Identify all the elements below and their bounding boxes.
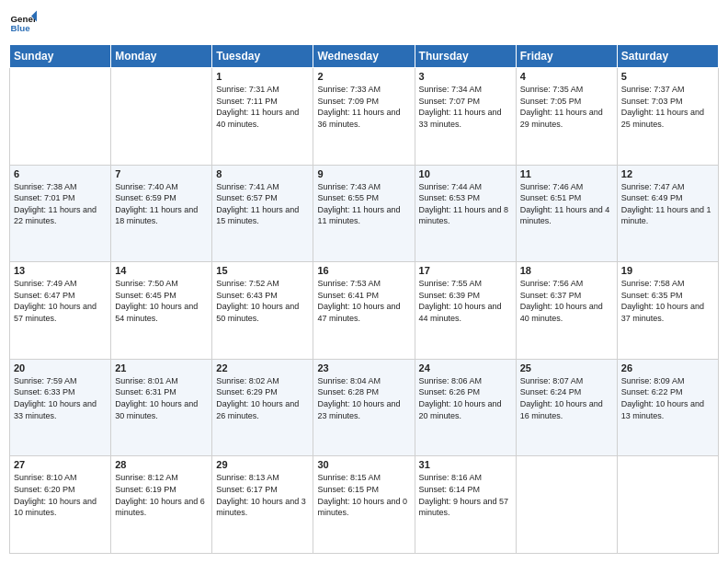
day-number: 31 bbox=[419, 459, 512, 470]
week-row-5: 27Sunrise: 8:10 AMSunset: 6:20 PMDayligh… bbox=[10, 456, 719, 554]
day-info: Sunrise: 7:55 AMSunset: 6:39 PMDaylight:… bbox=[419, 278, 512, 324]
day-info: Sunrise: 7:33 AMSunset: 7:09 PMDaylight:… bbox=[317, 84, 410, 130]
day-info: Sunrise: 7:43 AMSunset: 6:55 PMDaylight:… bbox=[317, 181, 410, 227]
day-info: Sunrise: 7:56 AMSunset: 6:37 PMDaylight:… bbox=[520, 278, 613, 324]
day-info: Sunrise: 8:13 AMSunset: 6:17 PMDaylight:… bbox=[216, 472, 309, 518]
day-cell bbox=[516, 456, 617, 554]
day-cell: 23Sunrise: 8:04 AMSunset: 6:28 PMDayligh… bbox=[313, 359, 415, 456]
day-info: Sunrise: 8:12 AMSunset: 6:19 PMDaylight:… bbox=[115, 472, 208, 518]
day-cell bbox=[617, 456, 718, 554]
day-number: 8 bbox=[216, 168, 309, 179]
day-info: Sunrise: 7:47 AMSunset: 6:49 PMDaylight:… bbox=[621, 181, 714, 227]
logo-icon: General Blue bbox=[9, 9, 37, 37]
day-number: 3 bbox=[419, 71, 512, 82]
day-info: Sunrise: 7:34 AMSunset: 7:07 PMDaylight:… bbox=[419, 84, 512, 130]
day-number: 17 bbox=[419, 265, 512, 276]
day-info: Sunrise: 8:02 AMSunset: 6:29 PMDaylight:… bbox=[216, 375, 309, 421]
day-number: 12 bbox=[621, 168, 714, 179]
svg-text:Blue: Blue bbox=[11, 23, 31, 33]
day-info: Sunrise: 7:40 AMSunset: 6:59 PMDaylight:… bbox=[115, 181, 208, 227]
day-number: 22 bbox=[216, 362, 309, 373]
header: General Blue bbox=[9, 9, 719, 37]
week-row-4: 20Sunrise: 7:59 AMSunset: 6:33 PMDayligh… bbox=[10, 359, 719, 456]
weekday-header-tuesday: Tuesday bbox=[212, 45, 313, 68]
day-number: 4 bbox=[520, 71, 613, 82]
day-number: 16 bbox=[317, 265, 410, 276]
day-cell: 31Sunrise: 8:16 AMSunset: 6:14 PMDayligh… bbox=[415, 456, 516, 554]
day-number: 2 bbox=[317, 71, 410, 82]
day-cell: 4Sunrise: 7:35 AMSunset: 7:05 PMDaylight… bbox=[516, 68, 617, 166]
weekday-header-friday: Friday bbox=[516, 45, 617, 68]
day-cell: 18Sunrise: 7:56 AMSunset: 6:37 PMDayligh… bbox=[516, 262, 617, 360]
day-number: 26 bbox=[621, 362, 714, 373]
day-info: Sunrise: 7:31 AMSunset: 7:11 PMDaylight:… bbox=[216, 84, 309, 130]
week-row-2: 6Sunrise: 7:38 AMSunset: 7:01 PMDaylight… bbox=[10, 165, 719, 262]
day-number: 1 bbox=[216, 71, 309, 82]
logo: General Blue bbox=[9, 9, 37, 37]
day-info: Sunrise: 8:10 AMSunset: 6:20 PMDaylight:… bbox=[14, 472, 107, 518]
weekday-header-thursday: Thursday bbox=[415, 45, 516, 68]
day-info: Sunrise: 8:01 AMSunset: 6:31 PMDaylight:… bbox=[115, 375, 208, 421]
day-info: Sunrise: 7:37 AMSunset: 7:03 PMDaylight:… bbox=[621, 84, 714, 130]
day-info: Sunrise: 7:58 AMSunset: 6:35 PMDaylight:… bbox=[621, 278, 714, 324]
day-cell: 28Sunrise: 8:12 AMSunset: 6:19 PMDayligh… bbox=[111, 456, 212, 554]
day-info: Sunrise: 7:38 AMSunset: 7:01 PMDaylight:… bbox=[14, 181, 107, 227]
day-number: 11 bbox=[520, 168, 613, 179]
day-number: 25 bbox=[520, 362, 613, 373]
week-row-1: 1Sunrise: 7:31 AMSunset: 7:11 PMDaylight… bbox=[10, 68, 719, 166]
weekday-header-saturday: Saturday bbox=[617, 45, 718, 68]
day-number: 19 bbox=[621, 265, 714, 276]
day-number: 24 bbox=[419, 362, 512, 373]
day-cell: 24Sunrise: 8:06 AMSunset: 6:26 PMDayligh… bbox=[415, 359, 516, 456]
day-number: 20 bbox=[14, 362, 107, 373]
day-info: Sunrise: 7:53 AMSunset: 6:41 PMDaylight:… bbox=[317, 278, 410, 324]
day-info: Sunrise: 8:06 AMSunset: 6:26 PMDaylight:… bbox=[419, 375, 512, 421]
day-number: 9 bbox=[317, 168, 410, 179]
day-info: Sunrise: 8:09 AMSunset: 6:22 PMDaylight:… bbox=[621, 375, 714, 421]
day-cell: 14Sunrise: 7:50 AMSunset: 6:45 PMDayligh… bbox=[111, 262, 212, 360]
day-number: 18 bbox=[520, 265, 613, 276]
calendar-table: SundayMondayTuesdayWednesdayThursdayFrid… bbox=[9, 44, 719, 554]
day-cell: 10Sunrise: 7:44 AMSunset: 6:53 PMDayligh… bbox=[415, 165, 516, 262]
day-cell: 30Sunrise: 8:15 AMSunset: 6:15 PMDayligh… bbox=[313, 456, 415, 554]
day-info: Sunrise: 7:50 AMSunset: 6:45 PMDaylight:… bbox=[115, 278, 208, 324]
day-cell: 20Sunrise: 7:59 AMSunset: 6:33 PMDayligh… bbox=[10, 359, 111, 456]
page: General Blue SundayMondayTuesdayWednesda… bbox=[0, 0, 728, 563]
day-cell: 17Sunrise: 7:55 AMSunset: 6:39 PMDayligh… bbox=[415, 262, 516, 360]
weekday-header-wednesday: Wednesday bbox=[313, 45, 415, 68]
week-row-3: 13Sunrise: 7:49 AMSunset: 6:47 PMDayligh… bbox=[10, 262, 719, 360]
day-cell: 26Sunrise: 8:09 AMSunset: 6:22 PMDayligh… bbox=[617, 359, 718, 456]
day-cell: 12Sunrise: 7:47 AMSunset: 6:49 PMDayligh… bbox=[617, 165, 718, 262]
day-number: 10 bbox=[419, 168, 512, 179]
day-number: 13 bbox=[14, 265, 107, 276]
day-number: 7 bbox=[115, 168, 208, 179]
day-number: 21 bbox=[115, 362, 208, 373]
day-number: 28 bbox=[115, 459, 208, 470]
day-cell bbox=[10, 68, 111, 166]
day-cell: 8Sunrise: 7:41 AMSunset: 6:57 PMDaylight… bbox=[212, 165, 313, 262]
day-number: 30 bbox=[317, 459, 410, 470]
day-cell: 29Sunrise: 8:13 AMSunset: 6:17 PMDayligh… bbox=[212, 456, 313, 554]
day-cell: 21Sunrise: 8:01 AMSunset: 6:31 PMDayligh… bbox=[111, 359, 212, 456]
day-info: Sunrise: 7:44 AMSunset: 6:53 PMDaylight:… bbox=[419, 181, 512, 227]
day-cell: 16Sunrise: 7:53 AMSunset: 6:41 PMDayligh… bbox=[313, 262, 415, 360]
day-cell: 15Sunrise: 7:52 AMSunset: 6:43 PMDayligh… bbox=[212, 262, 313, 360]
day-info: Sunrise: 7:52 AMSunset: 6:43 PMDaylight:… bbox=[216, 278, 309, 324]
day-info: Sunrise: 7:41 AMSunset: 6:57 PMDaylight:… bbox=[216, 181, 309, 227]
day-cell: 7Sunrise: 7:40 AMSunset: 6:59 PMDaylight… bbox=[111, 165, 212, 262]
weekday-header-monday: Monday bbox=[111, 45, 212, 68]
day-number: 29 bbox=[216, 459, 309, 470]
day-number: 5 bbox=[621, 71, 714, 82]
day-cell: 11Sunrise: 7:46 AMSunset: 6:51 PMDayligh… bbox=[516, 165, 617, 262]
day-cell: 9Sunrise: 7:43 AMSunset: 6:55 PMDaylight… bbox=[313, 165, 415, 262]
day-cell: 5Sunrise: 7:37 AMSunset: 7:03 PMDaylight… bbox=[617, 68, 718, 166]
weekday-header-sunday: Sunday bbox=[10, 45, 111, 68]
day-info: Sunrise: 7:49 AMSunset: 6:47 PMDaylight:… bbox=[14, 278, 107, 324]
day-info: Sunrise: 8:16 AMSunset: 6:14 PMDaylight:… bbox=[419, 472, 512, 518]
day-cell: 13Sunrise: 7:49 AMSunset: 6:47 PMDayligh… bbox=[10, 262, 111, 360]
day-cell: 2Sunrise: 7:33 AMSunset: 7:09 PMDaylight… bbox=[313, 68, 415, 166]
day-number: 27 bbox=[14, 459, 107, 470]
day-info: Sunrise: 7:46 AMSunset: 6:51 PMDaylight:… bbox=[520, 181, 613, 227]
day-cell: 1Sunrise: 7:31 AMSunset: 7:11 PMDaylight… bbox=[212, 68, 313, 166]
day-number: 15 bbox=[216, 265, 309, 276]
